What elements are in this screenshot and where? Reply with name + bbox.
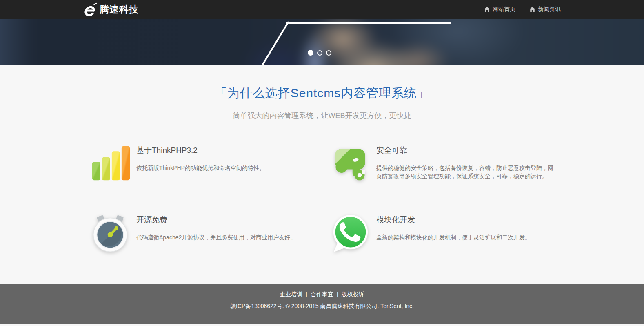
feature-description: 提供的稳健的安全策略，包括备份恢复，容错，防止恶意攻击登陆，网页防篡改等多项安全… [376, 164, 556, 180]
footer-link-training[interactable]: 企业培训 [280, 291, 302, 297]
feature-title: 模块化开发 [376, 214, 531, 225]
footer: 企业培训|合作事宜|版权投诉 赣ICP备13006622号. © 2008-20… [0, 284, 644, 324]
feature-card-security: 安全可靠 提供的稳健的安全策略，包括备份恢复，容错，防止恶意攻击登陆，网页防篡改… [322, 144, 561, 183]
feature-card-thinkphp: 基于ThinkPHP3.2 依托新版ThinkPHP的功能优势和命名空间的特性。 [83, 144, 322, 183]
whatsapp-icon [331, 214, 370, 253]
footer-separator: | [306, 291, 307, 297]
hero-banner [0, 19, 644, 65]
top-navbar: 腾速科技 网站首页 新闻资讯 [0, 0, 644, 19]
carousel-dot-1[interactable] [308, 50, 313, 56]
bar-chart-icon [91, 144, 130, 183]
footer-link-cooperation[interactable]: 合作事宜 [311, 291, 333, 297]
footer-link-copyright-complaint[interactable]: 版权投诉 [342, 291, 364, 297]
main-nav: 网站首页 新闻资讯 [484, 6, 561, 13]
nav-item-news[interactable]: 新闻资讯 [529, 6, 561, 13]
feature-title: 基于ThinkPHP3.2 [136, 145, 265, 156]
brand-name: 腾速科技 [100, 3, 139, 16]
carousel-dot-2[interactable] [317, 50, 322, 56]
feature-card-modular: 模块化开发 全新的架构和模块化的开发机制，便于灵活扩展和二次开发。 [322, 214, 561, 253]
carousel-dot-3[interactable] [326, 50, 331, 56]
feature-description: 全新的架构和模块化的开发机制，便于灵活扩展和二次开发。 [376, 233, 531, 241]
elephant-icon [331, 144, 370, 183]
feature-card-opensource: 开源免费 代码遵循Apache2开源协议，并且免费使用，对商业用户友好。 [83, 214, 322, 253]
section-subtitle: 简单强大的内容管理系统，让WEB开发更方便，更快捷 [0, 111, 644, 121]
section-title: 「为什么选择Sentcms内容管理系统」 [0, 85, 644, 102]
feature-description: 依托新版ThinkPHP的功能优势和命名空间的特性。 [136, 164, 265, 172]
hero-background-image [0, 19, 644, 65]
footer-separator: | [337, 291, 338, 297]
feature-description: 代码遵循Apache2开源协议，并且免费使用，对商业用户友好。 [136, 233, 296, 241]
logo-e-icon [83, 2, 97, 17]
feature-title: 开源免费 [136, 214, 296, 225]
home-icon [484, 7, 490, 12]
home-icon [529, 7, 535, 12]
footer-links: 企业培训|合作事宜|版权投诉 [0, 291, 644, 298]
feature-grid: 基于ThinkPHP3.2 依托新版ThinkPHP的功能优势和命名空间的特性。… [83, 144, 561, 253]
feature-title: 安全可靠 [376, 145, 556, 156]
nav-item-label: 网站首页 [493, 6, 515, 13]
nav-item-home[interactable]: 网站首页 [484, 6, 515, 13]
main-content: 「为什么选择Sentcms内容管理系统」 简单强大的内容管理系统，让WEB开发更… [0, 65, 644, 284]
nav-item-label: 新闻资讯 [538, 6, 561, 13]
brand-logo[interactable]: 腾速科技 [83, 2, 139, 17]
footer-copyright: 赣ICP备13006622号. © 2008-2015 南昌腾速科技有限公司. … [0, 303, 644, 310]
stopwatch-icon [91, 214, 130, 253]
carousel-dots [308, 50, 331, 56]
